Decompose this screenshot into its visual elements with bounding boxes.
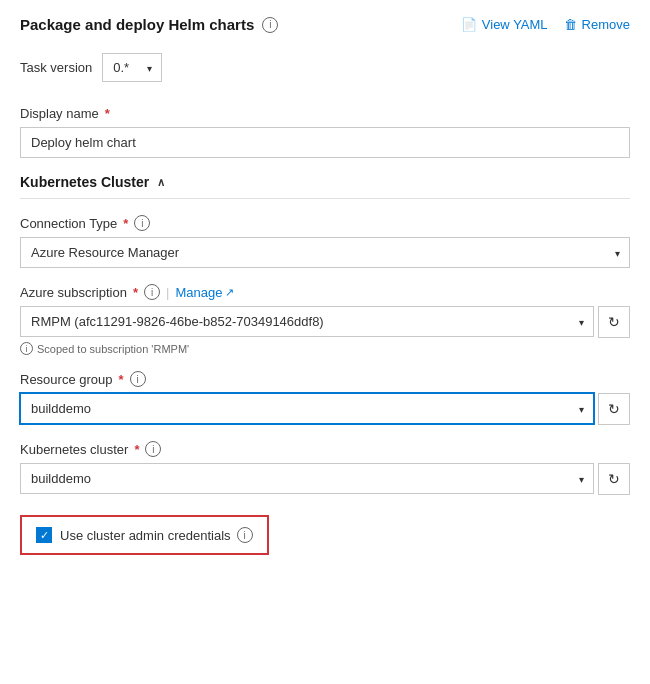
connection-type-section: Connection Type * i Azure Resource Manag… (20, 215, 630, 268)
hint-info-icon: i (20, 342, 33, 355)
use-cluster-admin-info-icon[interactable]: i (237, 527, 253, 543)
resource-group-select[interactable]: builddemo (20, 393, 594, 424)
yaml-icon: 📄 (461, 17, 477, 32)
kubernetes-cluster-field-select[interactable]: builddemo (20, 463, 594, 494)
use-cluster-admin-box: Use cluster admin credentials i (20, 515, 269, 555)
connection-type-info-icon[interactable]: i (134, 215, 150, 231)
connection-type-select[interactable]: Azure Resource Manager Kubernetes Servic… (20, 237, 630, 268)
use-cluster-admin-label: Use cluster admin credentials i (60, 527, 253, 543)
azure-subscription-required: * (133, 285, 138, 300)
external-link-icon: ↗ (225, 286, 234, 299)
use-cluster-admin-section: Use cluster admin credentials i (20, 511, 630, 555)
connection-type-required: * (123, 216, 128, 231)
header-left: Package and deploy Helm charts i (20, 16, 278, 33)
azure-subscription-info-icon[interactable]: i (144, 284, 160, 300)
azure-subscription-select[interactable]: RMPM (afc11291-9826-46be-b852-70349146dd… (20, 306, 594, 337)
kubernetes-cluster-field-required: * (134, 442, 139, 457)
connection-type-select-wrapper: Azure Resource Manager Kubernetes Servic… (20, 237, 630, 268)
kubernetes-cluster-field-section: Kubernetes cluster * i builddemo ▾ ↻ (20, 441, 630, 495)
page-title-info-icon[interactable]: i (262, 17, 278, 33)
connection-type-label: Connection Type (20, 216, 117, 231)
display-name-input[interactable] (20, 127, 630, 158)
task-version-label: Task version (20, 60, 92, 75)
manage-label: Manage (175, 285, 222, 300)
resource-group-controls: builddemo ▾ ↻ (20, 393, 630, 425)
page-header: Package and deploy Helm charts i 📄 View … (20, 16, 630, 33)
remove-icon: 🗑 (564, 17, 577, 32)
pipe-divider: | (166, 285, 169, 300)
task-version-select[interactable]: 0.* 1.* (102, 53, 162, 82)
resource-group-required: * (119, 372, 124, 387)
azure-subscription-section: Azure subscription * i | Manage ↗ RMPM (… (20, 284, 630, 355)
display-name-label-row: Display name * (20, 106, 630, 121)
kubernetes-cluster-field-label: Kubernetes cluster (20, 442, 128, 457)
connection-type-label-row: Connection Type * i (20, 215, 630, 231)
remove-label: Remove (582, 17, 630, 32)
view-yaml-label: View YAML (482, 17, 548, 32)
use-cluster-admin-checkbox[interactable] (36, 527, 52, 543)
azure-subscription-refresh-button[interactable]: ↻ (598, 306, 630, 338)
kubernetes-cluster-field-select-wrap: builddemo ▾ (20, 463, 594, 495)
resource-group-select-wrap: builddemo ▾ (20, 393, 594, 425)
kubernetes-cluster-collapse-icon[interactable]: ∧ (157, 176, 165, 189)
display-name-section: Display name * (20, 106, 630, 158)
remove-button[interactable]: 🗑 Remove (564, 17, 630, 32)
azure-subscription-hint: i Scoped to subscription 'RMPM' (20, 342, 630, 355)
azure-subscription-label: Azure subscription (20, 285, 127, 300)
manage-link[interactable]: Manage ↗ (175, 285, 234, 300)
task-version-wrapper: 0.* 1.* ▾ (102, 53, 162, 82)
resource-group-refresh-button[interactable]: ↻ (598, 393, 630, 425)
azure-subscription-select-wrap: RMPM (afc11291-9826-46be-b852-70349146dd… (20, 306, 594, 338)
kubernetes-cluster-field-label-row: Kubernetes cluster * i (20, 441, 630, 457)
view-yaml-button[interactable]: 📄 View YAML (461, 17, 548, 32)
use-cluster-admin-label-text: Use cluster admin credentials (60, 528, 231, 543)
kubernetes-cluster-section-header: Kubernetes Cluster ∧ (20, 174, 630, 199)
kubernetes-cluster-label: Kubernetes Cluster (20, 174, 149, 190)
azure-subscription-hint-text: Scoped to subscription 'RMPM' (37, 343, 189, 355)
task-version-row: Task version 0.* 1.* ▾ (20, 53, 630, 82)
display-name-required: * (105, 106, 110, 121)
kubernetes-cluster-field-refresh-button[interactable]: ↻ (598, 463, 630, 495)
resource-group-info-icon[interactable]: i (130, 371, 146, 387)
resource-group-label: Resource group (20, 372, 113, 387)
kubernetes-cluster-field-info-icon[interactable]: i (145, 441, 161, 457)
header-actions: 📄 View YAML 🗑 Remove (461, 17, 630, 32)
display-name-label: Display name (20, 106, 99, 121)
page-title: Package and deploy Helm charts (20, 16, 254, 33)
azure-subscription-label-row: Azure subscription * i | Manage ↗ (20, 284, 630, 300)
kubernetes-cluster-field-controls: builddemo ▾ ↻ (20, 463, 630, 495)
azure-subscription-controls: RMPM (afc11291-9826-46be-b852-70349146dd… (20, 306, 630, 338)
resource-group-label-row: Resource group * i (20, 371, 630, 387)
resource-group-section: Resource group * i builddemo ▾ ↻ (20, 371, 630, 425)
